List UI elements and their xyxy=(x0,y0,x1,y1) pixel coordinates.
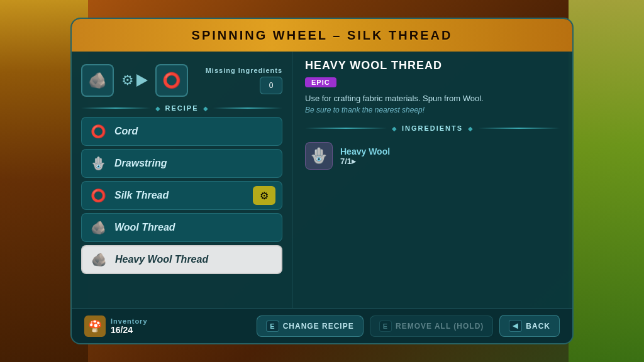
craft-preview: 🪨 ⚙ ⭕ Missing Ingredients 0 xyxy=(81,58,282,102)
diamond-right-icon: ◆ xyxy=(203,105,208,112)
recipe-line-left xyxy=(81,107,150,109)
content-area: 🪨 ⚙ ⭕ Missing Ingredients 0 xyxy=(72,52,572,308)
recipe-line-right xyxy=(213,107,282,109)
recipe-item-cord[interactable]: ⭕ Cord xyxy=(81,117,282,146)
recipe-name-drawstring: Drawstring xyxy=(114,158,167,169)
arrow-right-icon xyxy=(136,74,148,87)
back-button[interactable]: ◀ BACK xyxy=(499,315,560,337)
recipe-label: RECIPE xyxy=(165,104,199,112)
selected-item-title: HEAVY WOOL THREAD xyxy=(305,59,560,72)
remove-all-button[interactable]: E REMOVE ALL (HOLD) xyxy=(370,315,494,337)
inventory-icon: 🍄 xyxy=(84,315,106,337)
item-flavor-text: Be sure to thank the nearest sheep! xyxy=(305,106,560,114)
bottom-buttons: E CHANGE RECIPE E REMOVE ALL (HOLD) ◀ BA… xyxy=(257,315,560,337)
ing-diamond-left: ◆ xyxy=(392,125,397,132)
remove-all-key: E xyxy=(379,321,392,332)
back-key: ◀ xyxy=(509,320,522,332)
recipe-gear-silk-thread: ⚙ xyxy=(253,186,275,205)
left-panel: 🪨 ⚙ ⭕ Missing Ingredients 0 xyxy=(72,52,292,308)
missing-label: Missing Ingredients xyxy=(206,67,282,74)
right-panel: HEAVY WOOL THREAD EPIC Use for crafting … xyxy=(292,52,572,308)
ingredient-count: 7/1▸ xyxy=(340,156,390,166)
title-bar: SPINNING WHEEL – SILK THREAD xyxy=(72,19,572,52)
craft-output-icon: ⭕ xyxy=(162,72,181,89)
ingredient-name: Heavy Wool xyxy=(340,146,390,156)
recipe-header: ◆ RECIPE ◆ xyxy=(81,104,282,112)
rarity-badge: EPIC xyxy=(305,77,336,87)
missing-area: Missing Ingredients 0 xyxy=(206,67,282,94)
remove-all-label: REMOVE ALL (HOLD) xyxy=(396,322,484,331)
recipe-name-silk-thread: Silk Thread xyxy=(114,190,169,201)
change-recipe-button[interactable]: E CHANGE RECIPE xyxy=(257,315,363,337)
bottom-bar: 🍄 Inventory 16/24 E CHANGE RECIPE E REMO… xyxy=(72,308,572,343)
recipe-item-wool-thread[interactable]: 🪨 Wool Thread xyxy=(81,213,282,242)
missing-badge: 0 xyxy=(260,77,282,94)
inventory-count: 16/24 xyxy=(111,325,148,335)
main-panel: SPINNING WHEEL – SILK THREAD 🪨 ⚙ ⭕ Missi… xyxy=(70,18,574,344)
recipe-name-wool-thread: Wool Thread xyxy=(114,222,175,233)
ing-diamond-right: ◆ xyxy=(468,125,473,132)
recipe-list: ⭕ Cord 🪬 Drawstring ⭕ Silk Thread ⚙ 🪨 Wo… xyxy=(81,117,282,274)
recipe-icon-silk-thread: ⭕ xyxy=(88,185,108,206)
inventory-info: Inventory 16/24 xyxy=(111,317,148,335)
recipe-icon-wool-thread: 🪨 xyxy=(88,217,108,238)
recipe-icon-drawstring: 🪬 xyxy=(88,153,108,173)
ingredient-info-heavy-wool: Heavy Wool 7/1▸ xyxy=(340,146,390,166)
diamond-left-icon: ◆ xyxy=(155,105,160,112)
change-recipe-key: E xyxy=(266,321,279,332)
inventory-section: 🍄 Inventory 16/24 xyxy=(84,315,148,337)
craft-gear-icon: ⚙ xyxy=(121,72,134,89)
ingredients-header: ◆ INGREDIENTS ◆ xyxy=(305,124,560,132)
ing-line-left xyxy=(305,128,387,129)
recipe-name-cord: Cord xyxy=(114,126,138,137)
recipe-icon-cord: ⭕ xyxy=(88,121,108,141)
bg-right-panel xyxy=(569,0,644,362)
inventory-label: Inventory xyxy=(111,317,148,325)
recipe-item-silk-thread[interactable]: ⭕ Silk Thread ⚙ xyxy=(81,181,282,210)
panel-title: SPINNING WHEEL – SILK THREAD xyxy=(192,28,453,43)
item-description: Use for crafting fabric materials. Spun … xyxy=(305,94,560,103)
ingredient-icon-heavy-wool: 🪬 xyxy=(305,142,333,170)
craft-input-icon: 🪨 xyxy=(88,72,107,89)
recipe-item-heavy-wool-thread[interactable]: 🪨 Heavy Wool Thread xyxy=(81,245,282,274)
ingredient-row-heavy-wool: 🪬 Heavy Wool 7/1▸ xyxy=(305,138,560,173)
change-recipe-label: CHANGE RECIPE xyxy=(283,322,354,331)
craft-arrow: ⚙ xyxy=(121,72,148,89)
back-label: BACK xyxy=(526,322,550,331)
missing-count: 0 xyxy=(269,81,274,90)
craft-input-item: 🪨 xyxy=(81,64,114,97)
ing-line-right xyxy=(478,128,560,129)
craft-output-item: ⭕ xyxy=(155,64,188,97)
recipe-name-heavy-wool-thread: Heavy Wool Thread xyxy=(115,254,208,265)
recipe-icon-heavy-wool-thread: 🪨 xyxy=(89,250,109,270)
recipe-item-drawstring[interactable]: 🪬 Drawstring xyxy=(81,149,282,178)
ingredients-label: INGREDIENTS xyxy=(402,124,463,132)
